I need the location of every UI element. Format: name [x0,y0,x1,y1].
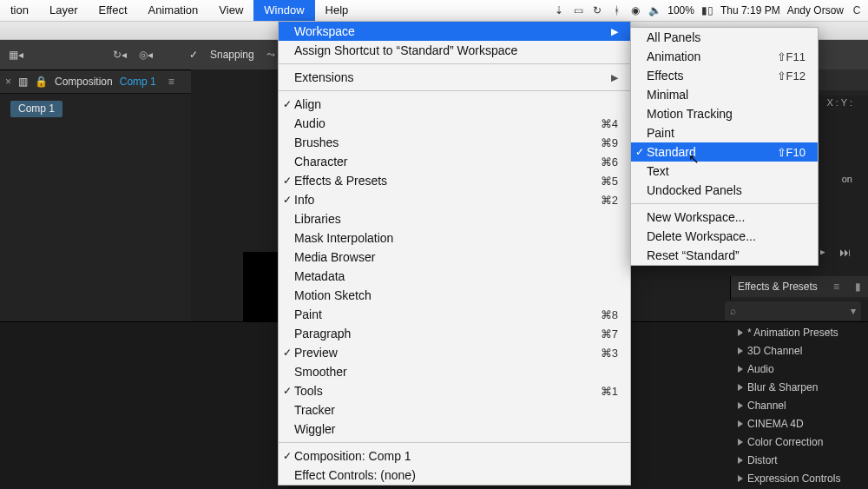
preset-category-label: Channel [747,400,786,412]
menu-item-label: Media Browser [294,250,618,264]
workspace-item-text[interactable]: Text [631,162,818,181]
workspace-item-undocked-panels[interactable]: Undocked Panels [631,181,818,200]
window-menu-paragraph[interactable]: Paragraph⌘7 [279,324,630,343]
window-menu-brushes[interactable]: Brushes⌘9 [279,133,630,152]
window-menu-composition-comp-1[interactable]: ✓Composition: Comp 1 [279,446,630,466]
window-menu: Workspace▶Assign Shortcut to “Standard” … [278,21,631,486]
lock-icon[interactable]: 🔒 [35,76,48,88]
window-menu-smoother[interactable]: Smoother [279,362,630,381]
menu-item-label: Composition: Comp 1 [294,449,618,463]
spotlight-icon[interactable]: C [851,4,863,17]
preset-category--animation-presets[interactable]: * Animation Presets [731,323,868,341]
window-menu-preview[interactable]: ✓Preview⌘3 [279,343,630,362]
effects-search-input[interactable]: ⌕ ▾ [725,301,861,320]
window-menu-effects-presets[interactable]: ✓Effects & Presets⌘5 [279,171,630,190]
check-icon: ✓ [635,146,645,158]
workspace-item-delete-workspace[interactable]: Delete Workspace... [631,227,818,246]
active-comp-name[interactable]: Comp 1 [120,76,156,88]
menubar-item-animation[interactable]: Animation [138,0,209,21]
menubar-item-help[interactable]: Help [315,0,359,21]
window-menu-mask-interpolation[interactable]: Mask Interpolation [279,228,630,248]
window-menu-wiggler[interactable]: Wiggler [279,420,630,439]
preset-category-label: Expression Controls [747,472,840,485]
workspace-item-new-workspace[interactable]: New Workspace... [631,208,818,227]
menu-item-label: Paint [294,307,601,321]
window-menu-effect-controls-none[interactable]: Effect Controls: (none) [279,466,630,485]
shortcut-label: ⌘2 [601,194,618,207]
menu-item-label: Libraries [294,212,618,226]
preset-category-channel[interactable]: Channel [731,396,868,414]
preset-category-cinema-4d[interactable]: CINEMA 4D [731,414,868,433]
window-menu-paint[interactable]: Paint⌘8 [279,305,630,324]
workspace-item-all-panels[interactable]: All Panels [631,28,818,47]
window-menu-tools[interactable]: ✓Tools⌘1 [279,381,630,400]
menu-item-label: Effect Controls: (none) [294,468,618,482]
effects-presets-panel: Effects & Presets ≡ ▮ [730,276,868,300]
selection-tool-icon[interactable]: ▦◂ [9,49,23,61]
user-name: Andy Orsow [787,4,844,17]
preset-category-3d-channel[interactable]: 3D Channel [731,341,868,360]
preset-category-color-correction[interactable]: Color Correction [731,433,868,451]
check-icon: ✓ [282,175,293,187]
snapping-checkbox[interactable]: ✓ [189,49,198,61]
window-menu-metadata[interactable]: Metadata [279,267,630,286]
composition-panel: × ▥ 🔒 Composition Comp 1 ≡ Comp 1 [0,69,191,322]
workspace-item-standard[interactable]: ✓Standard⇧F10 [631,142,818,162]
menubar-status: ⇣ ▭ ↻ ᚼ ◉ 🔈 100% ▮▯ Thu 7:19 PM Andy Ors… [553,4,868,17]
disclosure-triangle-icon [738,384,743,391]
window-menu-audio[interactable]: Audio⌘4 [279,114,630,133]
workspace-item-reset-standard[interactable]: Reset “Standard” [631,246,818,265]
rotate-tool-icon[interactable]: ↻◂ [113,49,127,61]
menubar-item-window[interactable]: Window [253,0,314,21]
snapping-label: Snapping [210,49,254,61]
window-menu-extensions[interactable]: Extensions▶ [279,68,630,87]
snapping-caret-icon[interactable]: ⤳ [266,49,275,61]
menubar-item-tion[interactable]: tion [0,0,39,21]
window-menu-info[interactable]: ✓Info⌘2 [279,190,630,209]
battery-text: 100% [667,4,694,17]
display-icon: ▭ [572,4,584,17]
window-menu-align[interactable]: ✓Align [279,95,630,114]
window-menu-media-browser[interactable]: Media Browser [279,248,630,267]
disclosure-triangle-icon [738,402,743,409]
menu-item-label: Extensions [294,70,611,84]
close-tab-icon[interactable]: × [5,76,11,88]
disclosure-triangle-icon [738,420,743,427]
preset-category-expression-controls[interactable]: Expression Controls [731,469,868,487]
preset-category-audio[interactable]: Audio [731,360,868,378]
dropdown-caret-icon[interactable]: ▾ [851,305,856,317]
window-menu-workspace[interactable]: Workspace▶ [279,22,630,41]
wifi-icon: ◉ [629,4,641,17]
workspace-item-paint[interactable]: Paint [631,123,818,142]
menu-item-label: Text [647,164,806,178]
window-menu-character[interactable]: Character⌘6 [279,152,630,171]
workspace-item-animation[interactable]: Animation⇧F11 [631,47,818,66]
shortcut-label: ⌘3 [601,347,618,360]
preset-category-label: 3D Channel [747,345,802,357]
menubar-item-layer[interactable]: Layer [39,0,89,21]
window-menu-assign-shortcut-to-standard-workspace[interactable]: Assign Shortcut to “Standard” Workspace [279,41,630,60]
menu-item-label: Info [294,193,601,207]
check-icon: ✓ [282,347,293,359]
window-menu-libraries[interactable]: Libraries [279,209,630,228]
preset-category-distort[interactable]: Distort [731,451,868,469]
menu-item-label: Delete Workspace... [647,229,806,243]
panel-menu-icon[interactable]: ≡ [833,281,839,293]
camera-tool-icon[interactable]: ◎◂ [139,49,153,61]
workspace-item-motion-tracking[interactable]: Motion Tracking [631,104,818,123]
disclosure-triangle-icon [738,475,743,482]
preset-category-blur-sharpen[interactable]: Blur & Sharpen [731,378,868,396]
window-menu-tracker[interactable]: Tracker [279,400,630,420]
menu-item-label: Mask Interpolation [294,231,618,245]
menu-item-label: Assign Shortcut to “Standard” Workspace [294,43,618,57]
menubar-item-view[interactable]: View [208,0,253,21]
panel-menu-icon[interactable]: ≡ [168,76,174,88]
panel-overflow-icon[interactable]: ▮ [855,281,861,293]
window-menu-motion-sketch[interactable]: Motion Sketch [279,286,630,305]
comp-tab[interactable]: Comp 1 [10,101,62,117]
workspace-item-effects[interactable]: Effects⇧F12 [631,66,818,85]
menubar-item-effect[interactable]: Effect [89,0,138,21]
workspace-item-minimal[interactable]: Minimal [631,85,818,104]
effects-presets-list: * Animation Presets3D ChannelAudioBlur &… [731,323,868,489]
preset-category-label: CINEMA 4D [747,418,804,430]
